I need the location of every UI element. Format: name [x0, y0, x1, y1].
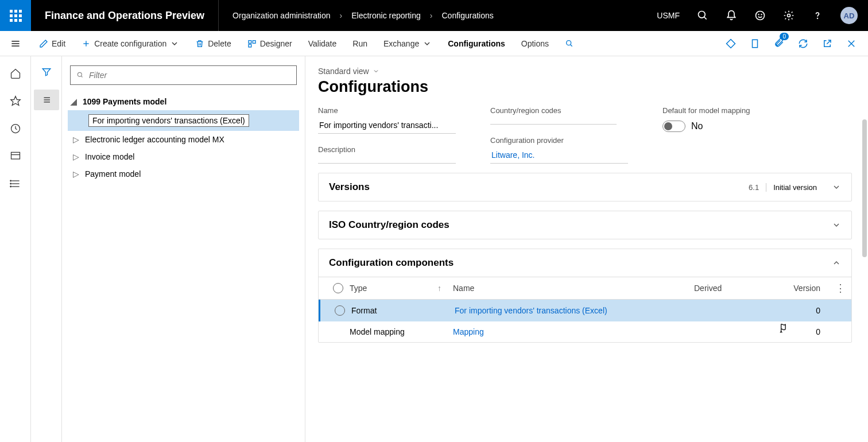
breadcrumb-item[interactable]: Organization administration	[232, 11, 330, 20]
iso-header[interactable]: ISO Country/region codes	[319, 211, 851, 239]
default-mapping-label: Default for model mapping	[662, 106, 750, 115]
sort-asc-icon[interactable]: ↑	[437, 284, 441, 293]
cell-name-link[interactable]: For importing vendors' transactions (Exc…	[455, 306, 694, 315]
diamond-icon[interactable]	[726, 38, 736, 49]
edit-button[interactable]: Edit	[31, 31, 73, 56]
components-header[interactable]: Configuration components	[319, 249, 851, 277]
version-status: Initial version	[766, 183, 824, 192]
close-icon[interactable]	[846, 38, 857, 49]
badge-count: 0	[780, 33, 789, 40]
svg-point-29	[10, 186, 11, 187]
svg-rect-12	[249, 40, 251, 43]
components-card: Configuration components Type↑ Name Deri…	[318, 249, 852, 343]
attachments-button[interactable]: 0	[774, 37, 784, 50]
row-checkbox[interactable]	[335, 305, 345, 316]
col-type[interactable]: Type	[350, 284, 367, 293]
help-icon[interactable]	[812, 10, 823, 21]
company-picker[interactable]: USMF	[657, 11, 680, 20]
scrollbar[interactable]	[862, 119, 867, 257]
chevron-right-icon: ›	[340, 11, 343, 20]
more-icon[interactable]: ⋮	[835, 282, 846, 294]
popout-icon[interactable]	[822, 38, 832, 49]
tree-item[interactable]: ▷ Electronic ledger accounting model MX	[68, 131, 299, 148]
iso-title: ISO Country/region codes	[329, 219, 450, 231]
bell-icon[interactable]	[726, 10, 737, 21]
svg-line-34	[81, 76, 82, 77]
modules-icon[interactable]	[10, 178, 21, 189]
page-icon[interactable]	[750, 38, 760, 49]
tree-root[interactable]: ◢ 1099 Payments model	[68, 93, 299, 110]
refresh-icon[interactable]	[798, 38, 808, 49]
versions-header[interactable]: Versions 6.1 Initial version	[319, 173, 851, 201]
svg-marker-20	[10, 96, 20, 106]
designer-label: Designer	[260, 39, 292, 48]
tree-item-selected[interactable]: For importing vendors' transactions (Exc…	[68, 110, 299, 131]
designer-button[interactable]: Designer	[239, 31, 300, 56]
chevron-up-icon	[832, 258, 841, 267]
breadcrumb-item[interactable]: Configurations	[441, 11, 493, 20]
tree-item-label: Payment model	[85, 169, 141, 179]
find-button[interactable]	[557, 31, 582, 56]
star-icon[interactable]	[10, 95, 21, 107]
nav-toggle[interactable]	[0, 38, 31, 49]
svg-rect-17	[753, 40, 758, 48]
clock-icon[interactable]	[10, 123, 21, 134]
app-launcher[interactable]	[0, 0, 31, 31]
filter-icon[interactable]	[41, 67, 52, 77]
name-field[interactable]: For importing vendors' transacti...	[318, 118, 456, 134]
gear-icon[interactable]	[783, 10, 795, 21]
versions-card: Versions 6.1 Initial version	[318, 173, 852, 201]
col-derived[interactable]: Derived	[694, 284, 786, 293]
filter-input-wrap[interactable]	[70, 65, 297, 85]
delete-button[interactable]: Delete	[187, 31, 239, 56]
search-icon	[76, 71, 84, 79]
side-nav	[31, 56, 62, 442]
caret-right-icon: ▷	[72, 135, 79, 144]
filter-input[interactable]	[89, 71, 290, 80]
cell-name-link[interactable]: Mapping	[453, 327, 694, 336]
components-table: Type↑ Name Derived Version ⋮ Format For …	[319, 277, 851, 342]
search-icon[interactable]	[697, 10, 708, 21]
create-configuration-button[interactable]: Create configuration	[73, 31, 187, 56]
avatar[interactable]: AD	[840, 7, 858, 24]
run-button[interactable]: Run	[344, 31, 375, 56]
tree-item-label: Electronic ledger accounting model MX	[85, 135, 224, 144]
chevron-down-icon	[832, 220, 841, 230]
components-title: Configuration components	[329, 257, 454, 269]
options-button[interactable]: Options	[513, 31, 557, 56]
table-row[interactable]: Format For importing vendors' transactio…	[319, 300, 851, 321]
view-selector[interactable]: Standard view	[318, 67, 852, 76]
default-mapping-toggle[interactable]	[662, 121, 685, 132]
provider-label: Configuration provider	[490, 136, 628, 145]
chevron-down-icon	[832, 183, 841, 192]
table-row[interactable]: Model mapping Mapping 0	[319, 321, 851, 342]
tree-panel: ◢ 1099 Payments model For importing vend…	[62, 56, 305, 442]
main-content: Standard view Configurations Name For im…	[305, 56, 868, 442]
breadcrumb-item[interactable]: Electronic reporting	[351, 11, 421, 20]
versions-title: Versions	[329, 181, 370, 193]
select-all-checkbox[interactable]	[333, 283, 343, 293]
configurations-tab[interactable]: Configurations	[440, 31, 513, 56]
col-version[interactable]: Version	[786, 284, 843, 293]
cell-type: Model mapping	[350, 327, 453, 336]
smile-icon[interactable]	[754, 10, 766, 21]
svg-line-16	[571, 44, 572, 46]
workspace-icon[interactable]	[10, 150, 21, 162]
action-bar: Edit Create configuration Delete Designe…	[0, 31, 868, 56]
svg-point-3	[758, 14, 759, 15]
home-icon[interactable]	[10, 68, 21, 79]
tree-item[interactable]: ▷ Payment model	[68, 165, 299, 183]
region-field[interactable]	[490, 118, 617, 125]
version-number: 6.1	[742, 183, 766, 192]
list-view-toggle[interactable]	[34, 90, 59, 110]
exchange-button[interactable]: Exchange	[375, 31, 440, 56]
provider-link[interactable]: Litware, Inc.	[490, 148, 628, 164]
validate-button[interactable]: Validate	[300, 31, 345, 56]
delete-label: Delete	[208, 39, 231, 48]
col-name[interactable]: Name	[453, 284, 694, 293]
region-label: Country/region codes	[490, 106, 628, 115]
tree-selected-label: For importing vendors' transactions (Exc…	[88, 114, 249, 127]
description-field[interactable]	[318, 157, 456, 164]
svg-point-6	[817, 18, 818, 19]
tree-item[interactable]: ▷ Invoice model	[68, 148, 299, 165]
